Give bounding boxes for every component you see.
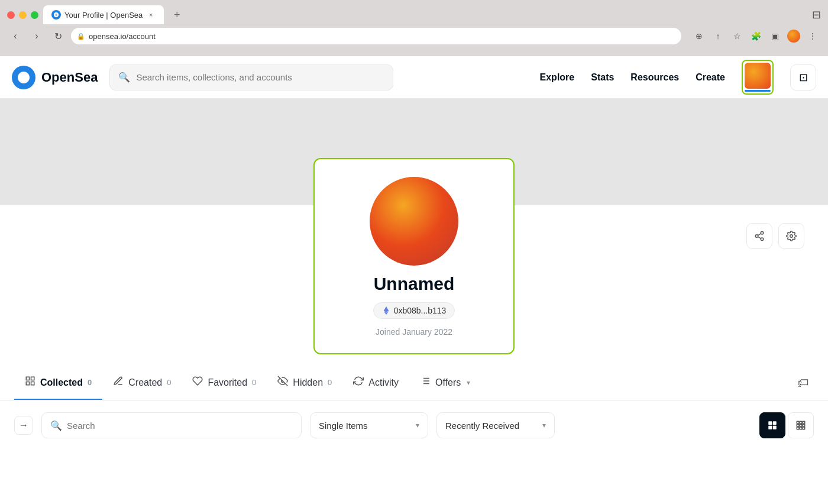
tag-icon[interactable]: 🏷	[797, 376, 809, 390]
svg-line-3	[758, 237, 761, 238]
collapse-panel-button[interactable]: →	[14, 416, 33, 435]
svg-rect-27	[797, 427, 799, 429]
address-bar[interactable]: 🔒 opensea.io/account	[71, 28, 681, 44]
tab-activity[interactable]: Activity	[342, 366, 409, 400]
tab-activity-label: Activity	[368, 377, 399, 388]
svg-point-0	[761, 232, 764, 235]
svg-line-4	[758, 234, 761, 235]
svg-rect-7	[31, 377, 34, 380]
forward-button[interactable]: ›	[28, 28, 45, 44]
single-items-chevron-icon: ▾	[416, 421, 419, 429]
back-button[interactable]: ‹	[7, 28, 24, 44]
svg-rect-25	[800, 424, 802, 427]
tab-favorited-label: Favorited	[208, 377, 247, 388]
svg-rect-18	[773, 421, 777, 425]
offers-chevron-icon: ▾	[467, 379, 470, 387]
logo-area[interactable]: OpenSea	[12, 66, 98, 89]
browser-tab[interactable]: Your Profile | OpenSea ×	[43, 5, 164, 24]
tab-collected[interactable]: Collected 0	[14, 366, 102, 400]
extensions-button[interactable]: 🧩	[748, 28, 764, 44]
share-profile-button[interactable]	[746, 223, 772, 249]
grid-large-icon	[767, 420, 778, 431]
grid-small-icon	[795, 420, 806, 431]
svg-rect-22	[800, 421, 802, 424]
tab-favorited[interactable]: Favorited 0	[182, 366, 267, 400]
header-search-bar[interactable]: 🔍	[109, 64, 393, 91]
svg-point-2	[761, 238, 764, 241]
nav-explore[interactable]: Explore	[540, 72, 575, 83]
search-icon: 🔍	[118, 72, 130, 83]
tab-collected-badge: 0	[88, 378, 92, 387]
maximize-window-button[interactable]	[31, 11, 38, 19]
menu-button[interactable]: ⋮	[804, 28, 821, 44]
single-items-filter[interactable]: Single Items ▾	[310, 412, 428, 438]
heart-icon	[192, 376, 203, 389]
share-button[interactable]: ↑	[710, 28, 726, 44]
wallet-address-text: 0xb08b...b113	[394, 306, 447, 315]
svg-rect-28	[800, 427, 802, 429]
arrow-right-icon: →	[19, 420, 28, 431]
tab-created[interactable]: Created 0	[102, 366, 182, 400]
nav-resources[interactable]: Resources	[630, 72, 679, 83]
joined-date: Joined January 2022	[376, 327, 452, 337]
svg-rect-20	[773, 426, 777, 429]
new-tab-button[interactable]: +	[169, 7, 185, 23]
svg-rect-29	[803, 427, 805, 429]
created-icon	[113, 376, 124, 389]
tab-close-button[interactable]: ×	[146, 10, 156, 20]
wallet-address-badge[interactable]: 0xb08b...b113	[373, 302, 455, 319]
tab-created-badge: 0	[167, 378, 171, 387]
close-window-button[interactable]	[7, 11, 15, 19]
svg-rect-24	[797, 424, 799, 427]
tab-title: Your Profile | OpenSea	[64, 11, 143, 20]
user-avatar-button[interactable]	[742, 60, 774, 95]
profile-section: Unnamed 0xb08b...b113 Joined January 202…	[0, 205, 828, 366]
svg-rect-21	[797, 421, 799, 424]
cart-button[interactable]: ⊡	[790, 64, 816, 91]
svg-rect-23	[803, 421, 805, 424]
nav-stats[interactable]: Stats	[591, 72, 614, 83]
tab-collected-label: Collected	[40, 377, 83, 388]
refresh-button[interactable]: ↻	[50, 28, 66, 44]
tab-hidden-badge: 0	[328, 378, 332, 387]
recently-received-filter[interactable]: Recently Received ▾	[436, 412, 555, 438]
profile-card: Unnamed 0xb08b...b113 Joined January 202…	[313, 158, 515, 354]
address-text: opensea.io/account	[89, 32, 156, 41]
svg-rect-9	[31, 382, 34, 385]
avatar-image	[745, 63, 771, 89]
app-header: OpenSea 🔍 Explore Stats Resources Create…	[0, 56, 828, 99]
gear-icon	[786, 231, 797, 241]
profile-button[interactable]	[785, 28, 802, 44]
bookmark-button[interactable]: ☆	[729, 28, 745, 44]
tab-favorited-badge: 0	[252, 378, 256, 387]
lock-icon: 🔒	[77, 33, 85, 40]
tabs-section: Collected 0 Created 0 Favorited 0	[0, 366, 828, 400]
svg-rect-26	[803, 424, 805, 427]
minimize-window-button[interactable]	[19, 11, 27, 19]
profile-avatar-image	[370, 177, 458, 266]
sidebar-button[interactable]: ▣	[766, 28, 783, 44]
tab-favicon	[51, 10, 61, 20]
avatar-underline	[745, 90, 771, 92]
items-search-box[interactable]: 🔍	[41, 412, 302, 438]
tab-created-label: Created	[128, 377, 162, 388]
recently-received-label: Recently Received	[445, 421, 519, 431]
tab-hidden[interactable]: Hidden 0	[267, 366, 342, 400]
nav-create[interactable]: Create	[696, 72, 725, 83]
grid-small-view-button[interactable]	[788, 412, 814, 438]
grid-large-view-button[interactable]	[759, 412, 785, 438]
translate-button[interactable]: ⊕	[691, 28, 707, 44]
minimize-restore-icon[interactable]: ⊟	[812, 8, 821, 21]
items-search-input[interactable]	[67, 421, 293, 431]
share-icon	[754, 231, 765, 241]
opensea-logo-text: OpenSea	[41, 70, 98, 85]
settings-button[interactable]	[778, 223, 804, 249]
tab-offers[interactable]: Offers ▾	[409, 366, 481, 400]
search-input[interactable]	[136, 72, 384, 82]
profile-actions	[746, 223, 804, 249]
tab-hidden-label: Hidden	[293, 377, 323, 388]
tab-offers-label: Offers	[435, 377, 461, 388]
svg-rect-17	[768, 421, 772, 425]
eth-icon	[382, 306, 390, 315]
svg-point-1	[755, 235, 758, 238]
